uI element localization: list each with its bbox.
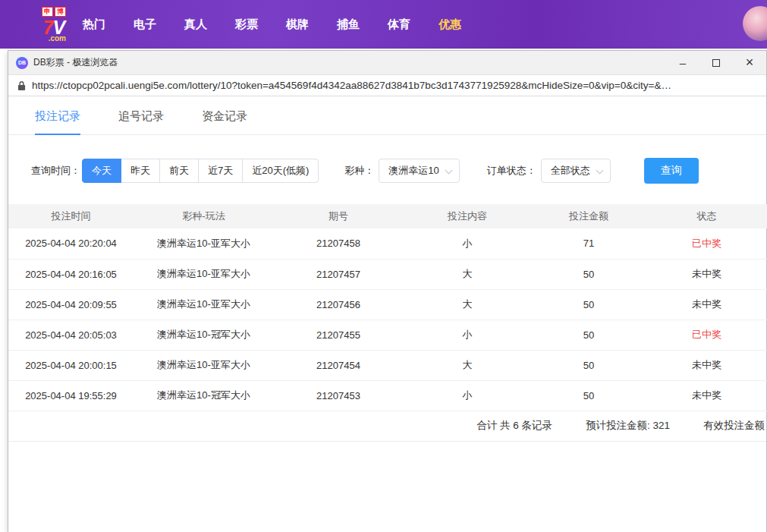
logo-char-1: 申 [42,7,53,17]
tab-0[interactable]: 投注记录 [35,109,80,135]
cell-amount: 50 [532,380,646,411]
cell-status: 未中奖 [646,380,767,411]
bet-records-table: 投注时间彩种-玩法期号投注内容投注金额状态 2025-04-04 20:20:0… [8,204,767,411]
time-filter-4[interactable]: 近20天(低频) [242,159,319,183]
cell-time: 2025-04-04 20:16:05 [8,259,134,289]
table-row: 2025-04-04 20:00:15澳洲幸运10-亚军大小21207454大5… [8,350,767,380]
nav-item-1[interactable]: 电子 [134,17,156,32]
window-title: DB彩票 - 极速浏览器 [33,56,666,69]
cell-status: 已中奖 [646,320,767,350]
cell-content: 大 [403,259,532,289]
chevron-down-icon [596,167,603,175]
cell-amount: 71 [532,228,646,259]
url-text[interactable]: https://ctopcp02pcali.uengi5e.com/lotter… [32,80,757,91]
cell-content: 大 [403,289,532,320]
order-status-label: 订单状态： [487,164,536,178]
main-nav: 热门电子真人彩票棋牌捕鱼体育优惠 [83,17,461,32]
column-header-3: 投注内容 [403,204,532,228]
time-filter-group: 今天昨天前天近7天近20天(低频) [82,159,319,183]
lottery-select-value: 澳洲幸运10 [388,164,439,178]
nav-item-0[interactable]: 热门 [83,17,105,32]
cell-amount: 50 [532,289,646,320]
summary-item-0: 合计 共 6 条记录 [476,419,552,433]
lottery-select[interactable]: 澳洲幸运10 [379,159,459,183]
order-status-select-value: 全部状态 [551,164,590,178]
user-avatar[interactable] [743,6,767,41]
cell-content: 小 [403,228,532,259]
time-filter-label: 查询时间： [31,164,80,178]
bet-table-body: 2025-04-04 20:20:04澳洲幸运10-亚军大小21207458小7… [8,228,767,411]
nav-item-6[interactable]: 体育 [388,17,410,32]
minimize-icon: – [680,56,686,69]
time-filter-2[interactable]: 前天 [159,159,199,183]
cell-game: 澳洲幸运10-亚军大小 [134,228,274,259]
cell-status: 已中奖 [646,228,767,259]
cell-game: 澳洲幸运10-冠军大小 [134,380,274,411]
cell-time: 2025-04-04 20:09:55 [8,289,134,320]
cell-game: 澳洲幸运10-亚军大小 [134,259,274,289]
cell-issue: 21207455 [274,320,403,350]
table-row: 2025-04-04 19:55:29澳洲幸运10-冠军大小21207453小5… [8,380,767,411]
cell-issue: 21207458 [274,228,403,259]
summary-bar: 合计 共 6 条记录预计投注金额: 321有效投注金额 [8,411,766,442]
maximize-icon [712,59,720,67]
nav-item-4[interactable]: 棋牌 [286,17,309,32]
tab-1[interactable]: 追号记录 [118,109,164,134]
summary-item-2: 有效投注金额 [703,419,765,433]
address-bar[interactable]: https://ctopcp02pcali.uengi5e.com/lotter… [8,75,766,96]
site-header: 申 博 7V .com 热门电子真人彩票棋牌捕鱼体育优惠 [0,0,767,49]
nav-item-7[interactable]: 优惠 [439,17,461,32]
chevron-down-icon [445,167,452,175]
cell-time: 2025-04-04 19:55:29 [8,380,134,411]
column-header-5: 状态 [646,204,767,228]
site-logo[interactable]: 申 博 7V .com [42,7,66,42]
cell-time: 2025-04-04 20:05:03 [8,320,134,350]
time-filter-1[interactable]: 昨天 [121,159,160,183]
cell-game: 澳洲幸运10-冠军大小 [134,320,274,350]
search-button[interactable]: 查询 [644,158,699,184]
cell-content: 大 [403,350,532,380]
time-filter-3[interactable]: 近7天 [198,159,243,183]
cell-amount: 50 [532,259,646,289]
filter-row: 查询时间： 今天昨天前天近7天近20天(低频) 彩种： 澳洲幸运10 订单状态：… [8,158,766,184]
cell-time: 2025-04-04 20:00:15 [8,350,134,380]
window-app-icon: DB [16,57,28,69]
table-row: 2025-04-04 20:05:03澳洲幸运10-冠军大小21207455小5… [8,320,767,350]
tab-2[interactable]: 资金记录 [202,109,247,134]
cell-status: 未中奖 [646,289,767,320]
logo-badge: 申 博 [42,7,66,17]
maximize-button[interactable] [699,51,733,74]
lock-icon [17,80,26,91]
cell-game: 澳洲幸运10-亚军大小 [134,350,274,380]
close-icon: × [746,55,754,71]
nav-item-2[interactable]: 真人 [184,17,207,32]
cell-issue: 21207457 [274,259,403,289]
record-tabs: 投注记录追号记录资金记录 [8,96,766,135]
logo-suffix: .com [49,35,66,42]
column-header-1: 彩种-玩法 [134,204,274,228]
column-header-2: 期号 [274,204,403,228]
summary-item-1: 预计投注金额: 321 [586,419,670,433]
cell-issue: 21207454 [274,350,403,380]
order-status-select[interactable]: 全部状态 [541,159,611,183]
cell-content: 小 [403,380,532,411]
nav-item-3[interactable]: 彩票 [235,17,258,32]
minimize-button[interactable]: – [666,51,699,74]
table-row: 2025-04-04 20:20:04澳洲幸运10-亚军大小21207458小7… [8,228,767,259]
cell-amount: 50 [532,350,646,380]
time-filter-0[interactable]: 今天 [82,159,121,183]
cell-amount: 50 [532,320,646,350]
nav-item-5[interactable]: 捕鱼 [337,17,360,32]
column-header-4: 投注金额 [532,204,646,228]
lottery-label: 彩种： [344,164,374,178]
cell-time: 2025-04-04 20:20:04 [8,228,134,259]
window-controls: – × [666,51,766,74]
cell-status: 未中奖 [646,259,767,289]
logo-char-2: 博 [55,7,66,17]
table-row: 2025-04-04 20:16:05澳洲幸运10-亚军大小21207457大5… [8,259,767,289]
cell-issue: 21207453 [274,380,403,411]
cell-status: 未中奖 [646,350,767,380]
close-button[interactable]: × [733,51,766,74]
cell-issue: 21207456 [274,289,403,320]
cell-game: 澳洲幸运10-亚军大小 [134,289,274,320]
